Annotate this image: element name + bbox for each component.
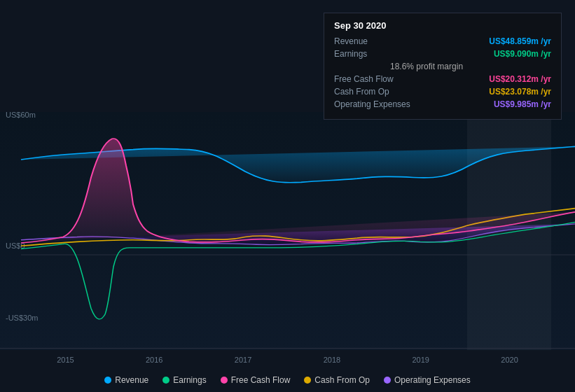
tooltip-box: Sep 30 2020 Revenue US$48.859m /yr Earni… [324,13,562,120]
legend-item-cashfromop[interactable]: Cash From Op [304,375,370,385]
legend-dot-opex [384,377,391,384]
legend-label-fcf: Free Cash Flow [231,375,291,385]
tooltip-row-cashfromop: Cash From Op US$23.078m /yr [334,87,551,97]
x-label-2016: 2016 [146,356,162,364]
x-axis-line [0,348,575,349]
tooltip-row-opex: Operating Expenses US$9.985m /yr [334,99,551,109]
x-label-2018: 2018 [324,356,340,364]
chart-container: US$60m US$0 -US$30m [0,0,575,392]
legend-label-cashfromop: Cash From Op [314,375,370,385]
legend-dot-fcf [221,377,228,384]
legend-item-revenue[interactable]: Revenue [104,375,148,385]
tooltip-row-fcf: Free Cash Flow US$20.312m /yr [334,74,551,84]
tooltip-label-opex: Operating Expenses [334,99,410,109]
tooltip-label-cashfromop: Cash From Op [334,87,389,97]
tooltip-title: Sep 30 2020 [334,20,551,31]
tooltip-value-earnings: US$9.090m /yr [494,49,551,59]
tooltip-row-earnings: Earnings US$9.090m /yr [334,49,551,59]
tooltip-label-earnings: Earnings [334,49,367,59]
tooltip-label-fcf: Free Cash Flow [334,74,394,84]
legend-label-opex: Operating Expenses [394,375,471,385]
x-label-2020: 2020 [501,356,518,364]
legend-dot-revenue [104,377,111,384]
legend-label-earnings: Earnings [173,375,206,385]
tooltip-value-cashfromop: US$23.078m /yr [489,87,551,97]
legend-dot-earnings [162,377,169,384]
legend-item-earnings[interactable]: Earnings [162,375,206,385]
tooltip-row-revenue: Revenue US$48.859m /yr [334,36,551,46]
tooltip-value-opex: US$9.985m /yr [494,99,551,109]
tooltip-value-fcf: US$20.312m /yr [489,74,551,84]
chart-svg [0,112,575,350]
x-label-2017: 2017 [235,356,251,364]
legend-item-fcf[interactable]: Free Cash Flow [221,375,291,385]
x-label-2015: 2015 [57,356,74,364]
tooltip-value-revenue: US$48.859m /yr [489,36,551,46]
x-axis-labels: 2015 2016 2017 2018 2019 2020 [0,356,575,364]
tooltip-label-revenue: Revenue [334,36,368,46]
legend-item-opex[interactable]: Operating Expenses [384,375,471,385]
chart-legend: Revenue Earnings Free Cash Flow Cash Fro… [0,375,575,385]
tooltip-profit-margin: 18.6% profit margin [334,62,551,71]
legend-dot-cashfromop [304,377,311,384]
x-label-2019: 2019 [412,356,429,364]
legend-label-revenue: Revenue [115,375,148,385]
